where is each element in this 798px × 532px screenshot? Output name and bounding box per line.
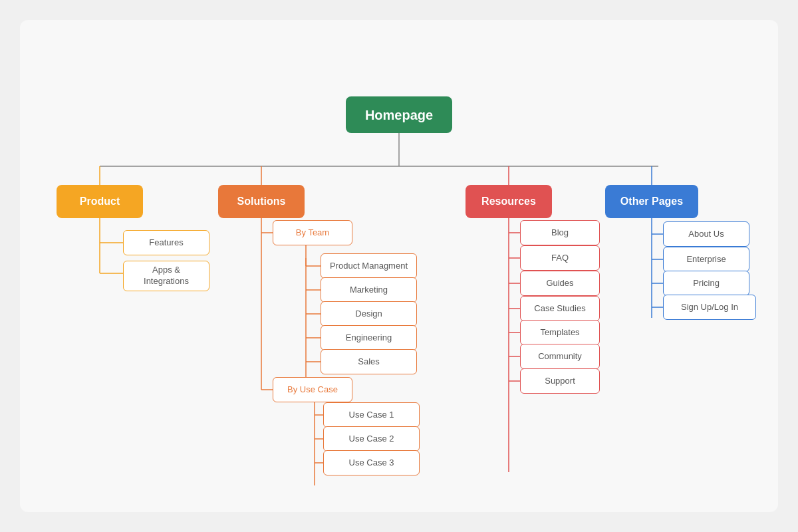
features-node[interactable]: Features bbox=[123, 230, 209, 255]
homepage-label: Homepage bbox=[365, 106, 433, 124]
pricing-label: Pricing bbox=[693, 278, 720, 289]
marketing-node[interactable]: Marketing bbox=[321, 277, 417, 303]
sign-up-label: Sign Up/Log In bbox=[681, 302, 738, 313]
use-case-1-label: Use Case 1 bbox=[349, 410, 394, 421]
support-label: Support bbox=[545, 376, 575, 387]
design-label: Design bbox=[355, 309, 382, 320]
case-studies-node[interactable]: Case Studies bbox=[520, 296, 600, 321]
case-studies-label: Case Studies bbox=[534, 303, 585, 315]
use-case-3-node[interactable]: Use Case 3 bbox=[323, 450, 420, 475]
blog-node[interactable]: Blog bbox=[520, 220, 600, 245]
solutions-label: Solutions bbox=[237, 195, 286, 209]
use-case-2-label: Use Case 2 bbox=[349, 434, 394, 445]
guides-node[interactable]: Guides bbox=[520, 271, 600, 296]
by-team-node[interactable]: By Team bbox=[273, 220, 352, 245]
templates-label: Templates bbox=[540, 327, 579, 338]
community-label: Community bbox=[538, 351, 582, 362]
product-node[interactable]: Product bbox=[57, 185, 143, 218]
by-team-label: By Team bbox=[296, 227, 329, 239]
use-case-2-node[interactable]: Use Case 2 bbox=[323, 426, 420, 452]
solutions-node[interactable]: Solutions bbox=[218, 185, 305, 218]
apps-integrations-node[interactable]: Apps & Integrations bbox=[123, 261, 209, 291]
engineering-node[interactable]: Engineering bbox=[321, 325, 417, 350]
about-us-label: About Us bbox=[688, 229, 724, 240]
use-case-1-node[interactable]: Use Case 1 bbox=[323, 402, 420, 428]
enterprise-node[interactable]: Enterprise bbox=[663, 247, 749, 272]
templates-node[interactable]: Templates bbox=[520, 320, 600, 345]
product-label: Product bbox=[80, 195, 120, 209]
engineering-label: Engineering bbox=[346, 332, 392, 344]
enterprise-label: Enterprise bbox=[686, 254, 726, 265]
other-pages-label: Other Pages bbox=[620, 195, 683, 209]
design-node[interactable]: Design bbox=[321, 301, 417, 327]
community-node[interactable]: Community bbox=[520, 344, 600, 369]
guides-label: Guides bbox=[546, 278, 573, 289]
sales-label: Sales bbox=[358, 356, 380, 368]
product-mgmt-node[interactable]: Product Managment bbox=[321, 253, 417, 279]
by-use-case-label: By Use Case bbox=[287, 384, 338, 396]
pricing-node[interactable]: Pricing bbox=[663, 271, 749, 296]
by-use-case-node[interactable]: By Use Case bbox=[273, 377, 352, 402]
faq-label: FAQ bbox=[551, 253, 569, 264]
sales-node[interactable]: Sales bbox=[321, 349, 417, 374]
sign-up-node[interactable]: Sign Up/Log In bbox=[663, 295, 756, 320]
resources-node[interactable]: Resources bbox=[466, 185, 552, 218]
marketing-label: Marketing bbox=[350, 285, 388, 296]
blog-label: Blog bbox=[551, 227, 569, 239]
other-pages-node[interactable]: Other Pages bbox=[605, 185, 698, 218]
apps-integrations-label: Apps & Integrations bbox=[130, 265, 202, 287]
about-us-node[interactable]: About Us bbox=[663, 221, 749, 247]
homepage-node: Homepage bbox=[346, 96, 452, 133]
use-case-3-label: Use Case 3 bbox=[349, 458, 394, 469]
support-node[interactable]: Support bbox=[520, 368, 600, 394]
product-mgmt-label: Product Managment bbox=[330, 261, 408, 272]
features-label: Features bbox=[149, 237, 183, 249]
resources-label: Resources bbox=[481, 195, 536, 209]
faq-node[interactable]: FAQ bbox=[520, 245, 600, 271]
